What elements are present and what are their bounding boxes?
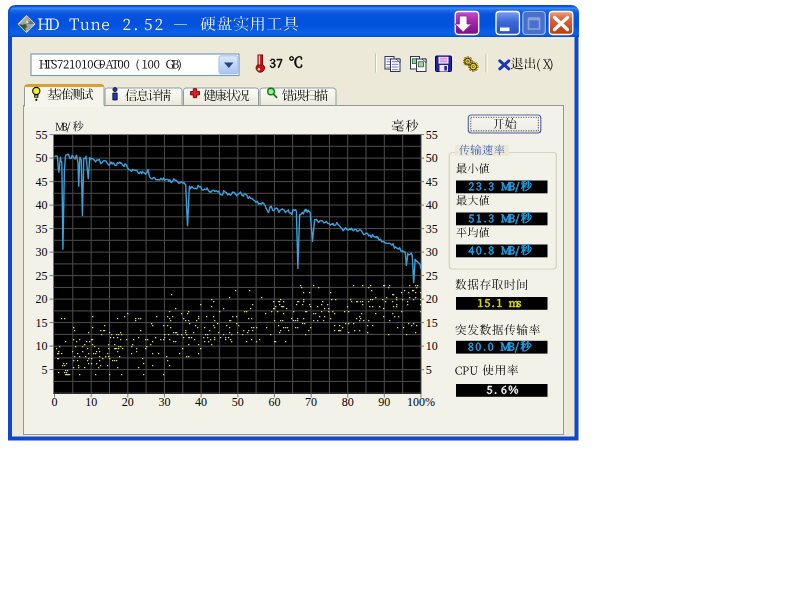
svg-text:15: 15 — [426, 316, 438, 330]
svg-text:70: 70 — [305, 395, 317, 409]
svg-text:50: 50 — [36, 151, 48, 165]
svg-text:55: 55 — [36, 128, 48, 142]
svg-text:10: 10 — [426, 339, 438, 353]
svg-text:90: 90 — [378, 395, 390, 409]
svg-text:30: 30 — [426, 245, 438, 259]
svg-text:100%: 100% — [407, 395, 435, 409]
svg-text:40: 40 — [36, 198, 48, 212]
svg-text:10: 10 — [36, 339, 48, 353]
svg-text:45: 45 — [36, 175, 48, 189]
svg-text:60: 60 — [268, 395, 280, 409]
svg-text:50: 50 — [426, 151, 438, 165]
svg-text:0: 0 — [52, 395, 58, 409]
svg-text:35: 35 — [36, 222, 48, 236]
svg-text:35: 35 — [426, 222, 438, 236]
svg-text:30: 30 — [158, 395, 170, 409]
svg-text:5: 5 — [426, 363, 432, 377]
svg-text:5: 5 — [42, 363, 48, 377]
svg-text:15: 15 — [36, 316, 48, 330]
svg-text:20: 20 — [36, 292, 48, 306]
svg-text:25: 25 — [426, 269, 438, 283]
svg-text:80: 80 — [342, 395, 354, 409]
svg-text:20: 20 — [426, 292, 438, 306]
svg-text:55: 55 — [426, 128, 438, 142]
svg-text:30: 30 — [36, 245, 48, 259]
svg-text:40: 40 — [426, 198, 438, 212]
svg-text:20: 20 — [122, 395, 134, 409]
svg-text:10: 10 — [85, 395, 97, 409]
svg-text:25: 25 — [36, 269, 48, 283]
svg-text:45: 45 — [426, 175, 438, 189]
svg-text:40: 40 — [195, 395, 207, 409]
svg-text:50: 50 — [232, 395, 244, 409]
